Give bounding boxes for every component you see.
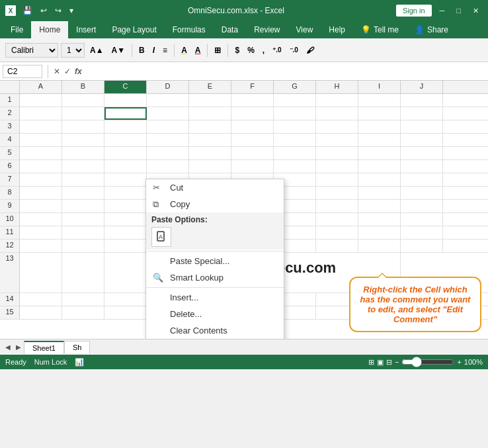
- fx-icon[interactable]: fx: [75, 67, 82, 76]
- cell-d4[interactable]: [147, 134, 189, 146]
- cell-i5[interactable]: [358, 147, 401, 159]
- cell-a6[interactable]: [20, 160, 62, 173]
- cell-b4[interactable]: [62, 134, 104, 146]
- font-color-button[interactable]: A: [192, 44, 204, 56]
- bold-button[interactable]: B: [136, 44, 147, 56]
- undo-qat-button[interactable]: ↩: [38, 5, 50, 17]
- cell-c2[interactable]: [104, 107, 147, 120]
- cell-j1[interactable]: [401, 94, 443, 107]
- save-qat-button[interactable]: 💾: [20, 5, 35, 17]
- menu-paste-special[interactable]: Paste Special...: [146, 253, 284, 269]
- col-header-j[interactable]: J: [401, 81, 443, 93]
- cell-a14[interactable]: [20, 293, 62, 306]
- cell-i9[interactable]: [358, 200, 401, 212]
- menu-cut[interactable]: ✂ Cut: [146, 179, 284, 196]
- cell-h8[interactable]: [316, 187, 358, 199]
- cell-j11[interactable]: [401, 226, 443, 239]
- col-header-c[interactable]: C: [104, 81, 147, 93]
- currency-button[interactable]: $: [232, 44, 242, 56]
- cell-b8[interactable]: [62, 187, 104, 199]
- cell-g2[interactable]: [274, 107, 316, 120]
- cell-a5[interactable]: [20, 147, 62, 159]
- cell-a11[interactable]: [20, 226, 62, 239]
- cell-j4[interactable]: [401, 134, 443, 146]
- cell-c13[interactable]: [104, 253, 147, 292]
- align-button[interactable]: ≡: [160, 44, 170, 56]
- cancel-formula-icon[interactable]: ✕: [54, 67, 60, 76]
- view-page-layout-icon[interactable]: ▣: [377, 358, 384, 367]
- cell-a13[interactable]: [20, 253, 62, 292]
- cell-a2[interactable]: [20, 107, 62, 120]
- cell-g1[interactable]: [274, 94, 316, 107]
- col-header-d[interactable]: D: [147, 81, 189, 93]
- sheet-tab-sh[interactable]: Sh: [64, 341, 90, 353]
- zoom-slider[interactable]: [401, 357, 454, 367]
- cell-c7[interactable]: [104, 173, 147, 186]
- comma-button[interactable]: ,: [260, 44, 267, 56]
- cell-reference-box[interactable]: [3, 65, 42, 78]
- tab-tell-me[interactable]: 💡Tell me: [353, 21, 407, 38]
- restore-button[interactable]: □: [452, 5, 465, 16]
- cell-h1[interactable]: [316, 94, 358, 107]
- cell-b6[interactable]: [62, 160, 104, 173]
- cell-a8[interactable]: [20, 187, 62, 199]
- cell-h5[interactable]: [316, 147, 358, 159]
- cell-b14[interactable]: [62, 293, 104, 306]
- cell-g5[interactable]: [274, 147, 316, 159]
- cell-h12[interactable]: [316, 240, 358, 252]
- menu-clear-contents[interactable]: Clear Contents: [146, 322, 284, 339]
- zoom-in-icon[interactable]: +: [457, 358, 461, 366]
- cell-i2[interactable]: [358, 107, 401, 120]
- cell-f4[interactable]: [231, 134, 274, 146]
- col-header-b[interactable]: B: [62, 81, 104, 93]
- cell-f5[interactable]: [231, 147, 274, 159]
- view-normal-icon[interactable]: ⊞: [368, 358, 374, 367]
- paste-default-button[interactable]: A: [151, 227, 171, 247]
- cell-e5[interactable]: [189, 147, 231, 159]
- menu-insert[interactable]: Insert...: [146, 289, 284, 306]
- cell-a3[interactable]: [20, 120, 62, 133]
- cell-g4[interactable]: [274, 134, 316, 146]
- cell-b13[interactable]: [62, 253, 104, 292]
- col-header-h[interactable]: H: [316, 81, 358, 93]
- menu-smart-lookup[interactable]: 🔍 Smart Lookup: [146, 269, 284, 286]
- tab-page-layout[interactable]: Page Layout: [104, 21, 164, 38]
- minimize-button[interactable]: ─: [436, 5, 449, 16]
- cell-h7[interactable]: [316, 173, 358, 186]
- cell-h6[interactable]: [316, 160, 358, 173]
- shrink-font-button[interactable]: A▼: [109, 44, 128, 56]
- cell-b7[interactable]: [62, 173, 104, 186]
- cell-h2[interactable]: [316, 107, 358, 120]
- menu-delete[interactable]: Delete...: [146, 306, 284, 322]
- cell-i6[interactable]: [358, 160, 401, 173]
- cell-c1[interactable]: [104, 94, 147, 107]
- cell-g3[interactable]: [274, 120, 316, 133]
- cell-c5[interactable]: [104, 147, 147, 159]
- cell-b11[interactable]: [62, 226, 104, 239]
- sheet-tab-sheet1[interactable]: Sheet1: [24, 341, 64, 354]
- cell-h9[interactable]: [316, 200, 358, 212]
- cell-i3[interactable]: [358, 120, 401, 133]
- decrease-decimal-button[interactable]: ⁻.0: [287, 45, 301, 55]
- formula-input[interactable]: [85, 66, 485, 77]
- cell-a9[interactable]: [20, 200, 62, 212]
- cell-a7[interactable]: [20, 173, 62, 186]
- col-header-g[interactable]: G: [274, 81, 316, 93]
- cell-c14[interactable]: [104, 293, 147, 306]
- borders-button[interactable]: ⊞: [212, 44, 224, 56]
- cell-c8[interactable]: [104, 187, 147, 199]
- font-size-select[interactable]: 11: [61, 43, 85, 58]
- cell-j8[interactable]: [401, 187, 443, 199]
- cell-b1[interactable]: [62, 94, 104, 107]
- cell-c6[interactable]: [104, 160, 147, 173]
- tab-view[interactable]: View: [288, 21, 321, 38]
- cell-f6[interactable]: [231, 160, 274, 173]
- cell-c12[interactable]: [104, 240, 147, 252]
- cell-b15[interactable]: [62, 306, 104, 319]
- cell-j6[interactable]: [401, 160, 443, 173]
- cell-i7[interactable]: [358, 173, 401, 186]
- percent-button[interactable]: %: [245, 44, 257, 56]
- sheet-nav-prev[interactable]: ◀: [3, 342, 13, 352]
- cell-f3[interactable]: [231, 120, 274, 133]
- cell-c4[interactable]: [104, 134, 147, 146]
